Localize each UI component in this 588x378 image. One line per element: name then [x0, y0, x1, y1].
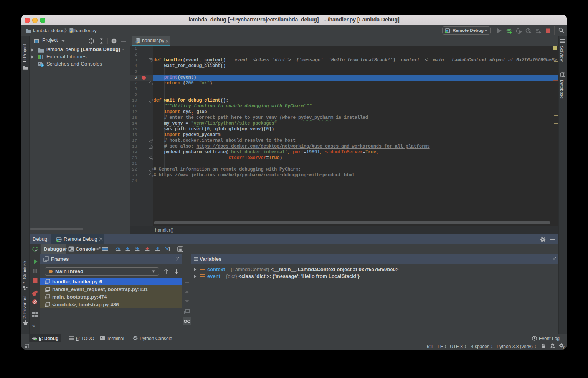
- svg-text:?: ?: [562, 345, 565, 349]
